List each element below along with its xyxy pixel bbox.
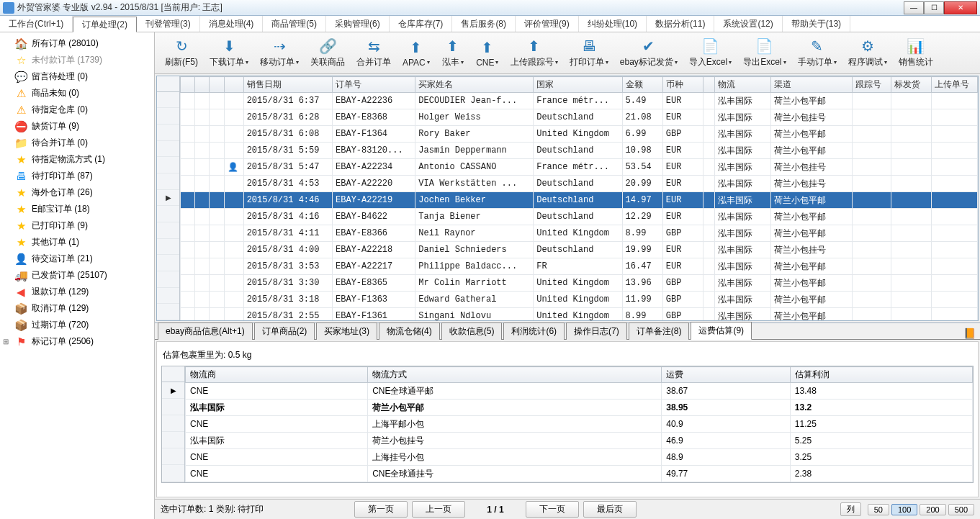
menu-item[interactable]: 仓库库存(7) — [390, 16, 453, 32]
table-row[interactable]: 泓丰国际荷兰小包挂号46.95.25 — [186, 433, 973, 449]
maximize-button[interactable]: ☐ — [924, 1, 944, 14]
detail-tab[interactable]: 订单备注(8) — [629, 322, 690, 340]
first-page-button[interactable]: 第一页 — [354, 501, 408, 518]
sidebar-item[interactable]: ★E邮宝订单 (18) — [0, 201, 154, 217]
menu-item[interactable]: 工作台(Ctrl+1) — [0, 16, 73, 32]
detail-tab[interactable]: 物流仓储(4) — [379, 322, 440, 340]
toolbar-button[interactable]: ⬇下载订单▾ — [204, 36, 254, 70]
column-header[interactable]: 运费 — [662, 367, 791, 383]
last-page-button[interactable]: 最后页 — [583, 501, 637, 518]
sidebar-item[interactable]: ◀退款订单 (129) — [0, 284, 154, 300]
sidebar-item[interactable]: ★海外仓订单 (26) — [0, 184, 154, 201]
page-size-button[interactable]: 100 — [891, 504, 917, 515]
sidebar-item[interactable]: ⚠待指定仓库 (0) — [0, 101, 154, 118]
prev-page-button[interactable]: 上一页 — [412, 501, 465, 518]
minimize-button[interactable]: — — [904, 1, 924, 14]
toolbar-button[interactable]: ✎手动订单▾ — [792, 36, 842, 70]
toolbar-button[interactable]: 📄导入Excel▾ — [683, 36, 737, 70]
table-row[interactable]: 👤2015/8/31 5:47EBAY-A22234Antonio CASSAN… — [181, 159, 978, 176]
column-header[interactable] — [703, 77, 714, 93]
order-grid[interactable]: ▶ 销售日期订单号买家姓名国家金额币种物流渠道跟踪号标发货上传单号2015/8/… — [156, 76, 979, 321]
close-button[interactable]: ✕ — [944, 1, 977, 14]
sidebar-item[interactable]: 🖶待打印订单 (87) — [0, 168, 154, 184]
sidebar-item[interactable]: 🏠所有订单 (28010) — [0, 35, 154, 52]
column-header[interactable] — [224, 77, 243, 93]
toolbar-button[interactable]: ⬆泓丰▾ — [436, 36, 470, 70]
sidebar-item[interactable]: 📦取消订单 (129) — [0, 300, 154, 317]
detail-tab[interactable]: 利润统计(6) — [503, 322, 565, 340]
menu-item[interactable]: 系统设置(12) — [714, 16, 782, 32]
column-header[interactable]: 物流方式 — [368, 367, 662, 383]
table-row[interactable]: 2015/8/31 4:46EBAY-A22219Jochen BekkerDe… — [181, 192, 978, 209]
toolbar-button[interactable]: ⚙程序调试▾ — [842, 36, 893, 70]
menu-item[interactable]: 数据分析(11) — [647, 16, 714, 32]
column-header[interactable]: 买家姓名 — [415, 77, 534, 93]
table-row[interactable]: 2015/8/31 6:28EBAY-E8368Holger WeissDeut… — [181, 109, 978, 126]
tree-expander-icon[interactable]: ⊞ — [3, 338, 13, 346]
column-header[interactable]: 国家 — [534, 77, 622, 93]
table-row[interactable]: 2015/8/31 3:30EBAY-E8365Mr Colin Marriot… — [181, 275, 978, 292]
sidebar-item[interactable]: ★其他订单 (1) — [0, 234, 154, 251]
column-header[interactable] — [210, 77, 224, 93]
page-size-button[interactable]: 200 — [920, 504, 945, 515]
table-row[interactable]: 2015/8/31 4:53EBAY-A22220VIA Werkstätten… — [181, 176, 978, 192]
toolbar-button[interactable]: ✔ebay标记发货▾ — [614, 36, 683, 70]
column-header[interactable]: 物流 — [714, 77, 771, 93]
column-header[interactable]: 销售日期 — [243, 77, 332, 93]
column-header[interactable]: 估算利润 — [790, 367, 972, 383]
page-size-button[interactable]: 500 — [948, 504, 974, 515]
table-row[interactable]: 2015/8/31 4:16EBAY-B4622Tanja BienerDeut… — [181, 209, 978, 225]
toolbar-button[interactable]: ↻刷新(F5) — [159, 36, 204, 70]
table-row[interactable]: 2015/8/31 6:08EBAY-F1364Rory BakerUnited… — [181, 126, 978, 143]
table-row[interactable]: 2015/8/31 6:37EBAY-A22236DECOUDIER Jean-… — [181, 93, 978, 109]
menu-item[interactable]: 售后服务(8) — [452, 16, 516, 32]
column-header[interactable]: 跟踪号 — [852, 77, 891, 93]
menu-item[interactable]: 消息处理(4) — [200, 16, 264, 32]
column-header[interactable]: 标发货 — [891, 77, 931, 93]
toolbar-button[interactable]: ⇢移动订单▾ — [254, 36, 305, 70]
table-row[interactable]: 2015/8/31 3:18EBAY-F1363Edward GatheralU… — [181, 292, 978, 308]
detail-tab[interactable]: 操作日志(7) — [566, 322, 627, 340]
column-header[interactable]: 物流商 — [186, 367, 368, 383]
menu-item[interactable]: 刊登管理(3) — [137, 16, 200, 32]
toolbar-button[interactable]: ⬆上传跟踪号▾ — [505, 36, 564, 70]
column-header[interactable]: 金额 — [622, 77, 662, 93]
menu-item[interactable]: 商品管理(5) — [263, 16, 326, 32]
detail-tab[interactable]: 收款信息(5) — [441, 322, 503, 340]
sidebar-item[interactable]: 📁待合并订单 (0) — [0, 135, 154, 151]
sidebar-item[interactable]: 📦过期订单 (720) — [0, 317, 154, 333]
menu-item[interactable]: 纠纷处理(10) — [579, 16, 647, 32]
sidebar-item[interactable]: ★已打印订单 (9) — [0, 217, 154, 234]
table-row[interactable]: CNECNE全球通平邮38.6713.48 — [186, 383, 973, 400]
detail-tab[interactable]: 运费估算(9) — [691, 322, 752, 340]
columns-button[interactable]: 列 — [840, 502, 861, 516]
sidebar-item[interactable]: ★待指定物流方式 (1) — [0, 151, 154, 168]
toolbar-button[interactable]: 📄导出Excel▾ — [737, 36, 791, 70]
toolbar-button[interactable]: ⇆合并订单 — [351, 36, 397, 70]
sidebar-item[interactable]: ⛔缺货订单 (9) — [0, 118, 154, 135]
detail-tab[interactable]: 订单商品(2) — [254, 322, 315, 340]
sidebar-item[interactable]: 👤待交运订单 (21) — [0, 251, 154, 267]
column-header[interactable]: 上传单号 — [931, 77, 977, 93]
sidebar-item[interactable]: ⊞⚑标记订单 (2506) — [0, 333, 154, 350]
column-header[interactable] — [181, 77, 195, 93]
table-row[interactable]: 2015/8/31 4:11EBAY-E8366Neil RaynorUnite… — [181, 225, 978, 242]
bookmark-icon[interactable]: 📙 — [963, 328, 976, 339]
toolbar-button[interactable]: 🔗关联商品 — [305, 36, 351, 70]
table-row[interactable]: 2015/8/31 2:55EBAY-F1361Singani NdlovuUn… — [181, 308, 978, 321]
menu-item[interactable]: 评价管理(9) — [516, 16, 579, 32]
table-row[interactable]: 2015/8/31 4:00EBAY-A22218Daniel Schniede… — [181, 242, 978, 258]
shipping-estimate-grid[interactable]: ▶ 物流商物流方式运费估算利润CNECNE全球通平邮38.6713.48泓丰国际… — [161, 366, 974, 483]
sidebar-item[interactable]: ☆未付款订单 (1739) — [0, 52, 154, 68]
column-header[interactable]: 订单号 — [333, 77, 415, 93]
next-page-button[interactable]: 下一页 — [526, 501, 579, 518]
column-header[interactable]: 币种 — [662, 77, 703, 93]
column-header[interactable]: 渠道 — [771, 77, 852, 93]
table-row[interactable]: 泓丰国际荷兰小包平邮38.9513.2 — [186, 400, 973, 416]
sidebar-item[interactable]: ⚠商品未知 (0) — [0, 85, 154, 101]
menu-item[interactable]: 订单处理(2) — [73, 17, 137, 32]
table-row[interactable]: CNE上海平邮小包40.911.25 — [186, 416, 973, 433]
sidebar-item[interactable]: 💬留言待处理 (0) — [0, 68, 154, 85]
menu-item[interactable]: 采购管理(6) — [326, 16, 390, 32]
column-header[interactable] — [195, 77, 210, 93]
